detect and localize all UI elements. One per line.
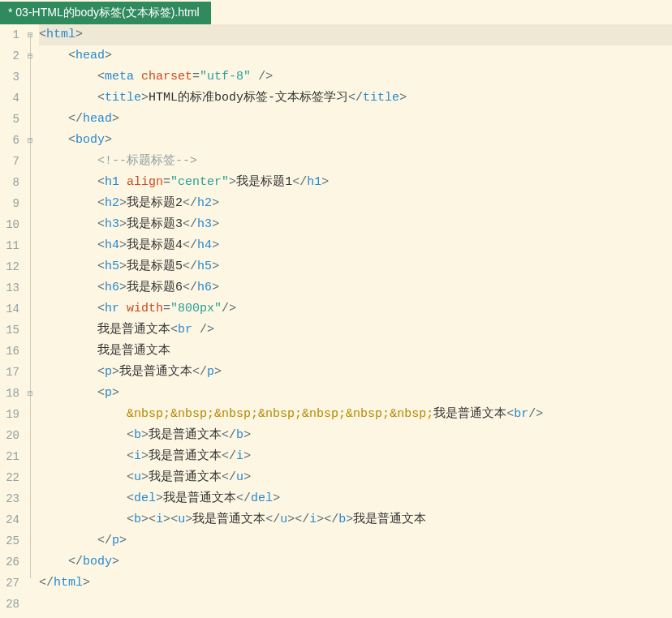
line-number: 5: [0, 109, 19, 130]
line-number: 1: [0, 24, 19, 45]
code-line[interactable]: <h2>我是标题2</h2>: [39, 193, 672, 214]
fold-column: ⊟ ⊟ ⊟ ⊟: [24, 24, 36, 615]
code-line[interactable]: 我是普通文本: [39, 341, 672, 362]
line-number: 3: [0, 67, 19, 88]
line-number: 12: [0, 256, 19, 277]
code-line[interactable]: <del>我是普通文本</del>: [39, 488, 672, 509]
fold-toggle-icon[interactable]: ⊟: [24, 24, 36, 45]
code-line[interactable]: </html>: [39, 573, 672, 594]
fold-toggle-icon[interactable]: ⊟: [24, 130, 36, 151]
line-number: 26: [0, 551, 19, 573]
code-line[interactable]: &nbsp;&nbsp;&nbsp;&nbsp;&nbsp;&nbsp;&nbs…: [39, 404, 672, 425]
line-number: 16: [0, 341, 19, 362]
code-line[interactable]: [39, 594, 672, 615]
code-editor: 1 2 3 4 5 6 7 8 9 10 11 12 13 14 15 16 1…: [0, 24, 672, 615]
code-line[interactable]: <h3>我是标题3</h3>: [39, 214, 672, 235]
code-line[interactable]: <h1 align="center">我是标题1</h1>: [39, 172, 672, 193]
tab-bar: * 03-HTML的body标签(文本标签).html: [0, 0, 672, 24]
line-number: 18: [0, 383, 19, 404]
code-line[interactable]: <h6>我是标题6</h6>: [39, 277, 672, 298]
code-line[interactable]: <p>我是普通文本</p>: [39, 362, 672, 383]
code-line[interactable]: <meta charset="utf-8" />: [39, 67, 672, 88]
code-line[interactable]: <title>HTML的标准body标签-文本标签学习</title>: [39, 88, 672, 109]
fold-toggle-icon[interactable]: ⊟: [24, 383, 36, 404]
line-number: 28: [0, 594, 19, 615]
line-number-gutter: 1 2 3 4 5 6 7 8 9 10 11 12 13 14 15 16 1…: [0, 24, 24, 615]
line-number: 25: [0, 530, 19, 551]
line-number: 13: [0, 277, 19, 298]
line-number: 22: [0, 467, 19, 488]
line-number: 19: [0, 404, 19, 425]
code-line[interactable]: </body>: [39, 551, 672, 573]
code-line[interactable]: </head>: [39, 109, 672, 130]
line-number: 6: [0, 130, 19, 151]
code-area[interactable]: <html> <head> <meta charset="utf-8" /> <…: [36, 24, 672, 615]
code-line[interactable]: <i>我是普通文本</i>: [39, 446, 672, 467]
code-line[interactable]: <b><i><u>我是普通文本</u></i></b>我是普通文本: [39, 509, 672, 530]
code-line[interactable]: <!--标题标签-->: [39, 151, 672, 172]
line-number: 17: [0, 362, 19, 383]
line-number: 4: [0, 88, 19, 109]
file-tab[interactable]: * 03-HTML的body标签(文本标签).html: [0, 2, 211, 24]
line-number: 24: [0, 509, 19, 530]
line-number: 20: [0, 425, 19, 446]
code-line[interactable]: <head>: [39, 45, 672, 67]
line-number: 8: [0, 172, 19, 193]
code-line[interactable]: <h5>我是标题5</h5>: [39, 256, 672, 277]
code-line[interactable]: <hr width="800px"/>: [39, 298, 672, 320]
code-line[interactable]: <h4>我是标题4</h4>: [39, 235, 672, 256]
code-line[interactable]: <body>: [39, 130, 672, 151]
line-number: 2: [0, 45, 19, 67]
line-number: 11: [0, 235, 19, 256]
line-number: 15: [0, 320, 19, 341]
line-number: 21: [0, 446, 19, 467]
code-line[interactable]: </p>: [39, 530, 672, 551]
line-number: 7: [0, 151, 19, 172]
code-line[interactable]: <p>: [39, 383, 672, 404]
line-number: 14: [0, 298, 19, 320]
line-number: 9: [0, 193, 19, 214]
code-line[interactable]: <u>我是普通文本</u>: [39, 467, 672, 488]
fold-toggle-icon[interactable]: ⊟: [24, 45, 36, 67]
line-number: 10: [0, 214, 19, 235]
code-line[interactable]: 我是普通文本<br />: [39, 320, 672, 341]
code-line[interactable]: <b>我是普通文本</b>: [39, 425, 672, 446]
line-number: 23: [0, 488, 19, 509]
line-number: 27: [0, 573, 19, 594]
code-line[interactable]: <html>: [39, 24, 672, 45]
